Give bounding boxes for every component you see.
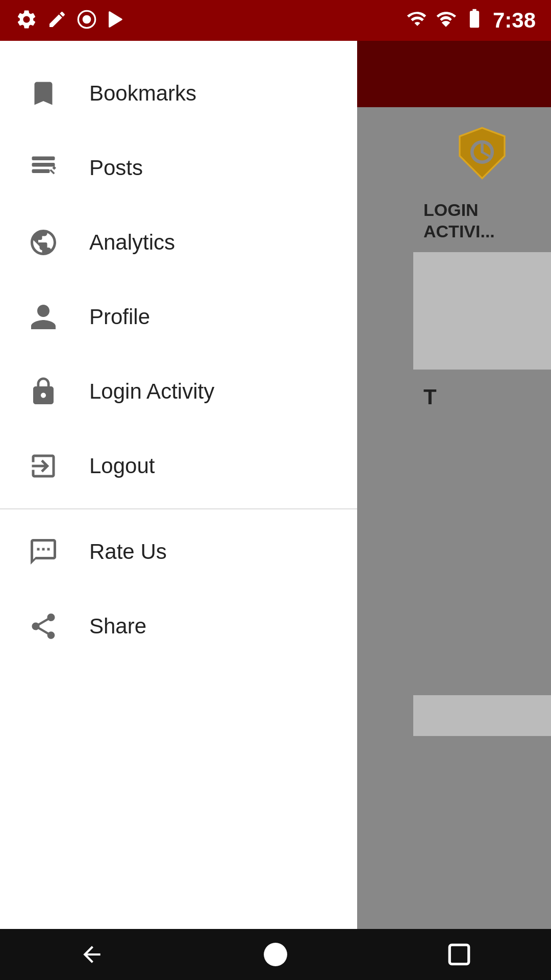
logout-icon	[26, 448, 61, 484]
signal-icon	[436, 7, 456, 34]
share-icon	[26, 608, 61, 644]
bookmarks-label: Bookmarks	[89, 81, 196, 106]
menu-divider	[0, 508, 357, 509]
bg-side-text: T	[413, 375, 551, 420]
rrm-icon	[77, 9, 97, 32]
posts-icon	[26, 150, 61, 186]
svg-rect-10	[449, 945, 469, 964]
profile-label: Profile	[89, 305, 150, 329]
recent-apps-button[interactable]	[439, 934, 480, 975]
profile-icon	[26, 299, 61, 335]
menu-item-rate-us[interactable]: Rate Us	[0, 514, 357, 589]
bg-large-gray-area	[413, 425, 551, 680]
svg-rect-6	[32, 157, 55, 161]
bg-bottom-strip	[413, 695, 551, 736]
bg-shield-area	[413, 117, 551, 189]
login-activity-icon	[26, 374, 61, 409]
bookmark-icon	[26, 76, 61, 111]
play-icon	[106, 9, 127, 32]
bg-gray-box-1	[413, 252, 551, 370]
svg-rect-8	[32, 169, 50, 174]
menu-item-posts[interactable]: Posts	[0, 131, 357, 205]
wifi-icon	[406, 7, 429, 34]
analytics-icon	[26, 225, 61, 260]
menu-item-bookmarks[interactable]: Bookmarks	[0, 56, 357, 131]
menu-item-analytics[interactable]: Analytics	[0, 205, 357, 280]
svg-rect-7	[32, 163, 55, 167]
svg-point-1	[83, 15, 91, 24]
menu-item-profile[interactable]: Profile	[0, 280, 357, 354]
menu-spacer	[0, 664, 357, 915]
status-bar-right-icons: 7:38	[406, 7, 536, 34]
svg-point-9	[264, 943, 287, 966]
edit-icon	[47, 9, 67, 32]
menu-list: Bookmarks Posts	[0, 41, 357, 980]
shield-icon	[454, 125, 510, 181]
navigation-bar	[0, 929, 551, 980]
menu-item-logout[interactable]: Logout	[0, 429, 357, 503]
login-activity-label: Login Activity	[89, 379, 214, 404]
battery-icon	[463, 7, 486, 34]
rate-us-label: Rate Us	[89, 540, 167, 564]
bg-login-activity-label: LOGIN ACTIVI...	[413, 194, 551, 247]
drawer-menu: Bookmarks Posts	[0, 41, 357, 980]
status-bar: 7:38	[0, 0, 551, 41]
menu-item-share[interactable]: Share	[0, 589, 357, 664]
home-button[interactable]	[255, 934, 296, 975]
posts-label: Posts	[89, 156, 143, 180]
status-bar-left-icons	[15, 8, 127, 33]
back-button[interactable]	[71, 934, 112, 975]
logout-label: Logout	[89, 454, 155, 478]
settings-icon	[15, 8, 38, 33]
analytics-label: Analytics	[89, 230, 175, 255]
share-label: Share	[89, 614, 146, 639]
menu-item-login-activity[interactable]: Login Activity	[0, 354, 357, 429]
time-display: 7:38	[493, 8, 536, 33]
rate-us-icon	[26, 534, 61, 570]
